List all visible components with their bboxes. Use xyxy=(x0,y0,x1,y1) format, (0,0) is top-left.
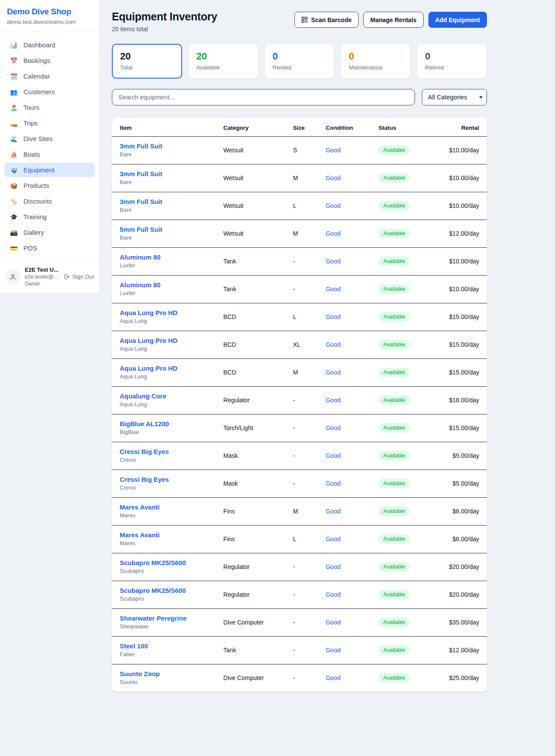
barcode-icon xyxy=(301,16,308,23)
add-equipment-button[interactable]: Add Equipment xyxy=(428,12,487,28)
item-condition-link[interactable]: Good xyxy=(326,508,340,515)
sign-out-label: Sign Out xyxy=(72,273,94,280)
brand-block[interactable]: Demo Dive Shop demo.test.divestreams.com xyxy=(0,0,99,32)
column-header-category: Category xyxy=(216,118,286,137)
item-condition-link[interactable]: Good xyxy=(326,452,340,459)
sidebar-item-gallery[interactable]: 📸 Gallery xyxy=(4,225,95,240)
boats-icon: ⛵ xyxy=(10,151,18,158)
table-row: Mares Avanti Mares Fins L Good Available… xyxy=(112,526,487,553)
item-name-link[interactable]: Suunto Zoop xyxy=(120,670,209,677)
item-rental-price: $15.00/day xyxy=(430,331,487,359)
sidebar-item-dive-sites[interactable]: 🌊 Dive Sites xyxy=(4,131,95,146)
sidebar-item-training[interactable]: 🎓 Training xyxy=(4,210,95,224)
column-header-status: Status xyxy=(372,118,430,137)
stat-card-retired[interactable]: 0 Retired xyxy=(417,44,487,79)
item-name-link[interactable]: 3mm Full Suit xyxy=(120,198,209,205)
item-condition-link[interactable]: Good xyxy=(326,286,340,293)
item-name-link[interactable]: Aqua Lung Pro HD xyxy=(120,365,209,372)
item-name-link[interactable]: Shearwater Peregrine xyxy=(120,615,209,622)
item-condition-link[interactable]: Good xyxy=(326,619,340,626)
search-input[interactable] xyxy=(112,89,415,105)
sidebar-item-bookings[interactable]: 📅 Bookings xyxy=(4,53,95,68)
sidebar-item-customers[interactable]: 👥 Customers xyxy=(4,85,95,99)
item-name-link[interactable]: 3mm Full Suit xyxy=(120,142,209,150)
item-name-link[interactable]: 3mm Full Suit xyxy=(120,170,209,177)
sidebar-item-pos[interactable]: 💳 POS xyxy=(4,241,95,255)
item-size: - xyxy=(286,664,319,692)
item-condition-link[interactable]: Good xyxy=(326,397,340,404)
sidebar-item-trips[interactable]: 🚤 Trips xyxy=(4,116,95,130)
sidebar-item-tours[interactable]: 🏝️ Tours xyxy=(4,100,95,115)
item-brand: Scubapro xyxy=(120,568,209,574)
item-name-link[interactable]: Cressi Big Eyes xyxy=(120,448,209,455)
sign-out-button[interactable]: Sign Out xyxy=(63,273,94,280)
manage-rentals-button[interactable]: Manage Rentals xyxy=(363,12,424,28)
item-brand: Faber xyxy=(120,651,209,657)
item-name-link[interactable]: Aluminum 80 xyxy=(120,281,209,289)
item-name-link[interactable]: 5mm Full Suit xyxy=(120,226,209,233)
item-size: L xyxy=(286,192,319,220)
item-name-link[interactable]: Aqualung Core xyxy=(120,392,209,400)
stat-card-available[interactable]: 20 Available xyxy=(188,44,258,79)
item-condition-link[interactable]: Good xyxy=(326,202,340,209)
item-rental-price: $5.00/day xyxy=(430,442,487,470)
item-condition-link[interactable]: Good xyxy=(326,591,340,598)
sidebar-item-boats[interactable]: ⛵ Boats xyxy=(4,147,95,161)
item-condition-link[interactable]: Good xyxy=(326,174,340,181)
item-condition-link[interactable]: Good xyxy=(326,647,340,654)
item-condition-link[interactable]: Good xyxy=(326,313,340,320)
item-condition-link[interactable]: Good xyxy=(326,230,340,237)
table-row: 3mm Full Suit Bare Wetsuit M Good Availa… xyxy=(112,164,487,192)
item-name-link[interactable]: Cressi Big Eyes xyxy=(120,476,209,483)
table-row: 5mm Full Suit Bare Wetsuit M Good Availa… xyxy=(112,220,487,248)
item-size: - xyxy=(286,581,319,609)
item-condition-link[interactable]: Good xyxy=(326,480,340,487)
item-brand: Aqua Lung xyxy=(120,345,209,352)
item-name-link[interactable]: Aqua Lung Pro HD xyxy=(120,337,209,344)
item-name-link[interactable]: BigBlue AL1200 xyxy=(120,420,209,427)
header-actions: Scan Barcode Manage Rentals Add Equipmen… xyxy=(294,12,487,28)
table-row: Aluminum 80 Luxfer Tank - Good Available… xyxy=(112,276,487,303)
customers-icon: 👥 xyxy=(10,89,18,95)
item-name-link[interactable]: Scubapro MK25/S600 xyxy=(120,559,209,566)
item-condition-link[interactable]: Good xyxy=(326,369,340,376)
stat-card-maintenance[interactable]: 0 Maintenance xyxy=(340,44,411,79)
filters-bar: All Categories xyxy=(112,89,487,105)
sidebar-item-label: Bookings xyxy=(23,57,50,64)
item-condition-link[interactable]: Good xyxy=(326,563,340,570)
item-size: L xyxy=(286,526,319,553)
calendar-icon: 🗓️ xyxy=(10,73,18,79)
table-row: Cressi Big Eyes Cressi Mask - Good Avail… xyxy=(112,442,487,470)
table-header-row: ItemCategorySizeConditionStatusRental xyxy=(112,118,487,137)
sidebar-item-equipment[interactable]: 🤿 Equipment xyxy=(4,163,95,177)
item-brand: Shearwater xyxy=(120,623,209,630)
gallery-icon: 📸 xyxy=(10,230,18,236)
item-name-link[interactable]: Steel 100 xyxy=(120,642,209,650)
dive-sites-icon: 🌊 xyxy=(10,136,18,142)
item-condition-link[interactable]: Good xyxy=(326,536,340,542)
sidebar-item-label: Trips xyxy=(23,119,38,127)
item-brand: Aqua Lung xyxy=(120,318,209,324)
item-name-link[interactable]: Scubapro MK25/S600 xyxy=(120,587,209,594)
item-name-link[interactable]: Aqua Lung Pro HD xyxy=(120,309,209,316)
sidebar-item-label: Training xyxy=(23,213,47,220)
item-name-link[interactable]: Mares Avanti xyxy=(120,503,209,511)
item-condition-link[interactable]: Good xyxy=(326,424,340,431)
item-condition-link[interactable]: Good xyxy=(326,341,340,348)
sidebar-item-dashboard[interactable]: 📊 Dashboard xyxy=(4,38,95,52)
item-condition-link[interactable]: Good xyxy=(326,674,340,681)
category-select[interactable]: All Categories xyxy=(422,89,487,105)
discounts-icon: 🏷️ xyxy=(10,198,18,204)
scan-barcode-button[interactable]: Scan Barcode xyxy=(294,12,359,28)
item-name-link[interactable]: Aluminum 80 xyxy=(120,253,209,261)
stat-card-total[interactable]: 20 Total xyxy=(112,44,182,79)
sidebar-item-products[interactable]: 📦 Products xyxy=(4,178,95,193)
sidebar-item-calendar[interactable]: 🗓️ Calendar xyxy=(4,69,95,83)
item-condition-link[interactable]: Good xyxy=(326,147,340,154)
brand-name[interactable]: Demo Dive Shop xyxy=(7,7,92,16)
item-name-link[interactable]: Mares Avanti xyxy=(120,531,209,539)
stat-card-rented[interactable]: 0 Rented xyxy=(264,44,335,79)
item-condition-link[interactable]: Good xyxy=(326,258,340,265)
sidebar-item-discounts[interactable]: 🏷️ Discounts xyxy=(4,194,95,208)
item-brand: Suunto xyxy=(120,679,209,685)
